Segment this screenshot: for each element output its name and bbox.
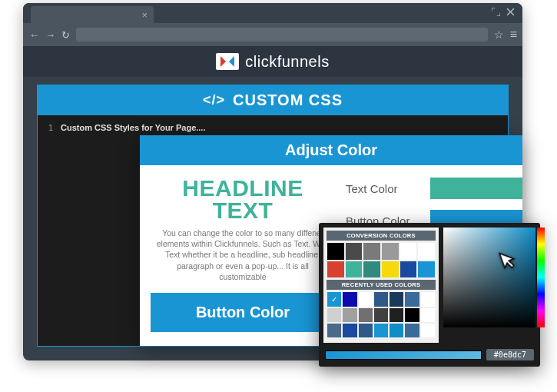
palette-swatch[interactable] — [390, 292, 403, 306]
palette-swatch[interactable] — [405, 324, 419, 337]
palette-swatch[interactable] — [374, 292, 388, 306]
palette-swatch[interactable] — [421, 324, 435, 337]
palette-swatch[interactable] — [327, 243, 344, 260]
app-header: clickfunnels — [23, 46, 522, 77]
palette-swatch[interactable] — [418, 261, 435, 278]
line-number: 1 — [38, 123, 61, 132]
browser-tab[interactable]: × — [31, 6, 154, 23]
back-button[interactable]: ← — [29, 29, 39, 41]
conversion-grid — [327, 241, 436, 280]
color-option[interactable]: Text Color — [346, 178, 522, 199]
palette-swatch[interactable] — [363, 243, 380, 260]
address-bar: ← → ↻ ☆ ≡ — [23, 23, 522, 46]
palette-swatch[interactable] — [327, 261, 344, 278]
description-text: You can change the color to so many diff… — [151, 228, 335, 282]
palette-swatch[interactable] — [343, 324, 356, 337]
tab-bar: × — [23, 3, 522, 23]
button-preview[interactable]: Button Color — [151, 293, 335, 332]
hex-value[interactable]: #0e8dc7 — [486, 349, 534, 360]
palette-swatch[interactable] — [359, 292, 373, 306]
headline-preview: HEADLINE TEXT — [151, 178, 335, 221]
pointer-cursor-icon — [492, 244, 526, 281]
recent-colors-label: RECENTLY USED COLORS — [327, 280, 436, 290]
palette-swatch[interactable] — [421, 292, 435, 306]
palette-swatch[interactable] — [400, 261, 417, 278]
bookmark-icon[interactable]: ☆ — [494, 28, 504, 41]
palette-swatch[interactable] — [390, 308, 403, 322]
url-input[interactable] — [76, 28, 488, 42]
close-tab-icon[interactable]: × — [141, 9, 148, 21]
picker-footer: #0e8dc7 — [323, 347, 535, 362]
reload-button[interactable]: ↻ — [61, 29, 70, 41]
palette-column: CONVERSION COLORS RECENTLY USED COLORS — [323, 228, 439, 343]
palette-swatch[interactable] — [343, 292, 356, 306]
palette-swatch[interactable] — [327, 308, 341, 322]
panel-header: </> CUSTOM CSS — [38, 85, 508, 115]
expand-icon[interactable] — [492, 8, 500, 16]
palette-swatch[interactable] — [405, 292, 419, 306]
panel-title: CUSTOM CSS — [233, 91, 343, 109]
recent-grid — [327, 290, 436, 340]
forward-button[interactable]: → — [45, 29, 55, 41]
hue-slider-vertical[interactable] — [537, 228, 545, 327]
modal-title: Adjust Color — [140, 135, 522, 165]
palette-swatch[interactable] — [382, 243, 399, 260]
color-picker: CONVERSION COLORS RECENTLY USED COLORS #… — [319, 223, 540, 367]
palette-swatch[interactable] — [418, 243, 435, 260]
palette-swatch[interactable] — [382, 261, 399, 278]
brand-name: clickfunnels — [245, 53, 329, 71]
code-line: 1 Custom CSS Styles for Your Page.... — [38, 123, 508, 132]
palette-swatch[interactable] — [374, 324, 388, 337]
close-icon[interactable] — [506, 8, 515, 16]
logo-icon — [216, 53, 239, 70]
code-text: Custom CSS Styles for Your Page.... — [61, 123, 205, 132]
color-swatch[interactable] — [430, 178, 522, 199]
palette-swatch[interactable] — [346, 261, 363, 278]
palette-swatch[interactable] — [390, 324, 403, 337]
palette-swatch[interactable] — [327, 324, 341, 337]
code-icon: </> — [203, 92, 225, 108]
conversion-colors-label: CONVERSION COLORS — [327, 231, 436, 241]
palette-swatch[interactable] — [405, 308, 419, 322]
window-controls — [492, 8, 515, 16]
hue-bar[interactable] — [325, 350, 482, 360]
preview-column: HEADLINE TEXT You can change the color t… — [140, 165, 346, 346]
palette-swatch[interactable] — [327, 292, 341, 306]
menu-icon[interactable]: ≡ — [510, 28, 516, 42]
palette-swatch[interactable] — [421, 308, 435, 322]
palette-swatch[interactable] — [400, 243, 417, 260]
palette-swatch[interactable] — [346, 243, 363, 260]
palette-swatch[interactable] — [343, 308, 356, 322]
gradient-column — [443, 228, 535, 343]
palette-swatch[interactable] — [374, 308, 388, 322]
palette-swatch[interactable] — [363, 261, 380, 278]
palette-swatch[interactable] — [359, 324, 373, 337]
saturation-box[interactable] — [443, 228, 535, 327]
option-label: Text Color — [346, 182, 423, 195]
palette-swatch[interactable] — [359, 308, 373, 322]
